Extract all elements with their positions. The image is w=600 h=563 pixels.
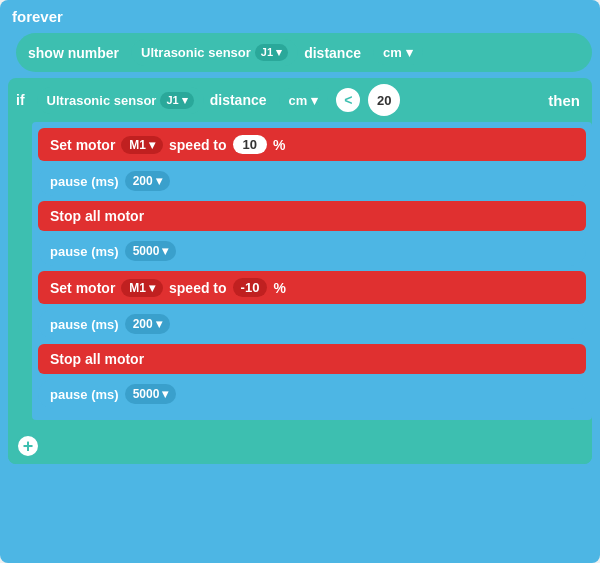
stop-motor-label-2: Stop all motor <box>50 351 144 367</box>
if-distance-label: distance <box>210 92 267 108</box>
then-label: then <box>548 92 584 109</box>
pause-row-4: pause (ms) 5000 ▾ <box>38 379 586 409</box>
speed-value-2[interactable]: -10 <box>233 278 268 297</box>
unit-pill-show[interactable]: cm ▾ <box>373 40 423 65</box>
if-block-bottom: + <box>8 424 592 464</box>
sensor-pill[interactable]: Ultrasonic sensor J1 ▾ <box>131 39 298 66</box>
stop-motor-label-1: Stop all motor <box>50 208 144 224</box>
pause-label-1: pause (ms) <box>50 174 119 189</box>
speed-value-1[interactable]: 10 <box>233 135 267 154</box>
if-header: if Ultrasonic sensor J1 ▾ distance cm ▾ … <box>8 78 592 122</box>
pause-label-2: pause (ms) <box>50 244 119 259</box>
pause-dropdown-4[interactable]: 5000 ▾ <box>125 384 177 404</box>
motor-port-dropdown-1[interactable]: M1 ▾ <box>121 136 163 154</box>
if-sensor-name: Ultrasonic sensor <box>47 93 157 108</box>
set-motor-label-2: Set motor <box>50 280 115 296</box>
if-label: if <box>16 92 25 108</box>
pause-row-2: pause (ms) 5000 ▾ <box>38 236 586 266</box>
sensor-port-dropdown[interactable]: J1 ▾ <box>255 44 288 61</box>
add-button[interactable]: + <box>16 434 40 458</box>
if-unit-pill[interactable]: cm ▾ <box>279 88 329 113</box>
stop-motor-block-1: Stop all motor <box>38 201 586 231</box>
if-body: Set motor M1 ▾ speed to 10 % pause (ms) … <box>32 122 592 420</box>
speed-to-label-2: speed to <box>169 280 227 296</box>
set-motor-label-1: Set motor <box>50 137 115 153</box>
set-motor-block-2: Set motor M1 ▾ speed to -10 % <box>38 271 586 304</box>
show-number-row: show number Ultrasonic sensor J1 ▾ dista… <box>16 33 592 72</box>
operator-circle[interactable]: < <box>334 86 362 114</box>
percent-label-2: % <box>273 280 285 296</box>
show-number-label: show number <box>28 45 119 61</box>
forever-block: forever show number Ultrasonic sensor J1… <box>0 0 600 563</box>
speed-to-label-1: speed to <box>169 137 227 153</box>
pause-label-4: pause (ms) <box>50 387 119 402</box>
sensor-name: Ultrasonic sensor <box>141 45 251 60</box>
pause-row-3: pause (ms) 200 ▾ <box>38 309 586 339</box>
forever-label: forever <box>8 8 592 25</box>
distance-label: distance <box>304 45 361 61</box>
pause-label-3: pause (ms) <box>50 317 119 332</box>
percent-label-1: % <box>273 137 285 153</box>
set-motor-block-1: Set motor M1 ▾ speed to 10 % <box>38 128 586 161</box>
pause-dropdown-1[interactable]: 200 ▾ <box>125 171 170 191</box>
pause-dropdown-2[interactable]: 5000 ▾ <box>125 241 177 261</box>
if-sensor-pill[interactable]: Ultrasonic sensor J1 ▾ <box>37 87 204 114</box>
motor-port-dropdown-2[interactable]: M1 ▾ <box>121 279 163 297</box>
pause-row-1: pause (ms) 200 ▾ <box>38 166 586 196</box>
if-sensor-port-dropdown[interactable]: J1 ▾ <box>160 92 193 109</box>
if-block: if Ultrasonic sensor J1 ▾ distance cm ▾ … <box>8 78 592 464</box>
stop-motor-block-2: Stop all motor <box>38 344 586 374</box>
pause-dropdown-3[interactable]: 200 ▾ <box>125 314 170 334</box>
value-circle[interactable]: 20 <box>368 84 400 116</box>
